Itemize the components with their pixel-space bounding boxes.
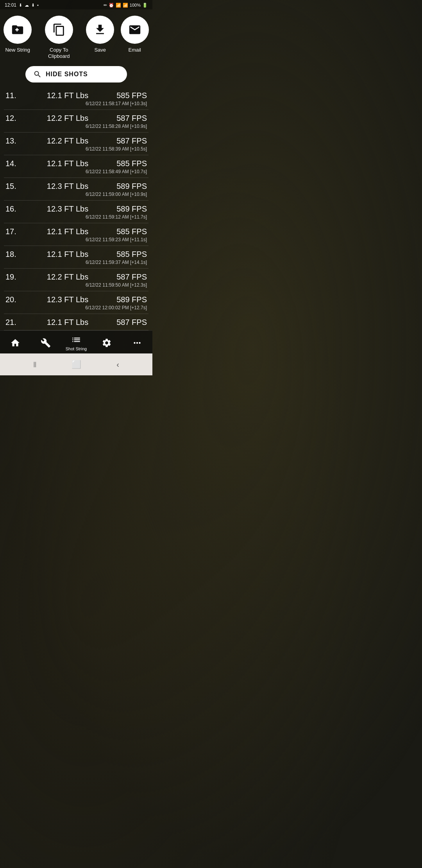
shot-item-5[interactable]: 16. 12.3 FT Lbs 589 FPS 6/12/22 11:59:12…: [4, 201, 148, 223]
wifi-alt-icon: ☁: [25, 3, 29, 8]
folder-plus-icon: [11, 23, 24, 36]
copy-clipboard-label: Copy To Clipboard: [39, 47, 80, 59]
dots-icon: [132, 338, 142, 348]
shot-item-0[interactable]: 11. 12.1 FT Lbs 585 FPS 6/12/22 11:58:17…: [4, 87, 148, 110]
shot-num: 20.: [5, 295, 20, 304]
android-nav-bar: ⦀ ⬜ ‹: [0, 353, 152, 375]
copy-clipboard-button[interactable]: Copy To Clipboard: [39, 16, 80, 59]
shot-fps: 585 FPS: [116, 227, 147, 236]
nav-shot-string-label: Shot String: [66, 346, 87, 351]
download2-status-icon: ⬇: [31, 3, 35, 8]
hide-shots-label: HIDE SHOTS: [46, 71, 88, 78]
home-icon: [10, 338, 20, 348]
search-icon: [33, 70, 42, 79]
shot-fps: 589 FPS: [116, 204, 147, 213]
bottom-nav: Shot String: [0, 330, 152, 353]
new-string-icon-circle: [4, 16, 32, 44]
shot-energy: 12.2 FT Lbs: [20, 273, 116, 282]
shot-num: 15.: [5, 182, 20, 191]
shot-item-7[interactable]: 18. 12.1 FT Lbs 585 FPS 6/12/22 11:59:37…: [4, 246, 148, 269]
shot-num: 11.: [5, 91, 20, 100]
nav-home-button[interactable]: [4, 338, 27, 348]
shot-time: 6/12/22 11:59:00 AM [+10.9s]: [5, 192, 147, 197]
shot-energy: 12.1 FT Lbs: [20, 159, 116, 168]
shot-time: 6/12/22 11:59:23 AM [+11.1s]: [5, 237, 147, 242]
shot-energy: 12.3 FT Lbs: [20, 182, 116, 191]
shot-item-6[interactable]: 17. 12.1 FT Lbs 585 FPS 6/12/22 11:59:23…: [4, 223, 148, 246]
status-left: 12:01 ⬇ ☁ ⬇ •: [5, 2, 39, 8]
shot-item-8[interactable]: 19. 12.2 FT Lbs 587 FPS 6/12/22 11:59:50…: [4, 269, 148, 291]
shot-item-2[interactable]: 13. 12.2 FT Lbs 587 FPS 6/12/22 11:58:39…: [4, 133, 148, 155]
shot-energy: 12.3 FT Lbs: [20, 204, 116, 213]
battery-icon: 🔋: [142, 3, 148, 8]
status-time: 12:01: [5, 2, 16, 8]
wifi-icon: 📶: [116, 3, 121, 8]
android-back-button[interactable]: ‹: [113, 359, 123, 371]
shot-item-3[interactable]: 14. 12.1 FT Lbs 585 FPS 6/12/22 11:58:49…: [4, 155, 148, 178]
shot-time: 6/12/22 11:59:37 AM [+14.1s]: [5, 260, 147, 265]
shot-num: 21.: [5, 318, 20, 327]
shot-energy: 12.1 FT Lbs: [20, 250, 116, 259]
shot-num: 16.: [5, 204, 20, 213]
shot-item-1[interactable]: 12. 12.2 FT Lbs 587 FPS 6/12/22 11:58:28…: [4, 110, 148, 133]
shot-energy: 12.2 FT Lbs: [20, 136, 116, 145]
download-icon: [93, 23, 107, 36]
search-bar-wrap: HIDE SHOTS: [0, 63, 152, 87]
envelope-icon: [128, 23, 141, 36]
android-home-button[interactable]: ⬜: [68, 358, 85, 371]
nav-shot-string-button[interactable]: Shot String: [64, 335, 88, 351]
shot-num: 17.: [5, 227, 20, 236]
shot-time: 6/12/22 11:59:50 AM [+12.3s]: [5, 282, 147, 288]
download-status-icon: ⬇: [19, 3, 22, 8]
email-label: Email: [128, 47, 141, 53]
tools-icon: [41, 338, 51, 348]
shot-fps: 587 FPS: [116, 136, 147, 145]
copy-icon-circle: [45, 16, 73, 44]
shot-energy: 12.1 FT Lbs: [20, 318, 116, 327]
battery-percent: 100%: [130, 3, 141, 7]
new-string-label: New String: [5, 47, 30, 53]
shot-time: 6/12/22 11:58:17 AM [+10.3s]: [5, 101, 147, 106]
email-button[interactable]: Email: [121, 16, 149, 53]
shot-num: 12.: [5, 114, 20, 123]
shot-num: 19.: [5, 273, 20, 282]
shot-item-9[interactable]: 20. 12.3 FT Lbs 589 FPS 6/12/22 12:00:02…: [4, 291, 148, 314]
shot-item-4[interactable]: 15. 12.3 FT Lbs 589 FPS 6/12/22 11:59:00…: [4, 178, 148, 201]
signal-icon: ✏: [104, 3, 107, 8]
shot-fps: 587 FPS: [116, 318, 147, 327]
copy-icon: [52, 23, 66, 36]
shot-list: 11. 12.1 FT Lbs 585 FPS 6/12/22 11:58:17…: [0, 87, 152, 330]
shot-fps: 589 FPS: [116, 295, 147, 304]
nav-settings-button[interactable]: [95, 338, 118, 348]
email-icon-circle: [121, 16, 149, 44]
nav-more-button[interactable]: [125, 338, 149, 348]
shot-time: 6/12/22 11:58:28 AM [+10.9s]: [5, 124, 147, 129]
shot-fps: 585 FPS: [116, 91, 147, 100]
shot-energy: 12.1 FT Lbs: [20, 91, 116, 100]
alarm-icon: ⏰: [109, 3, 114, 8]
shot-fps: 585 FPS: [116, 250, 147, 259]
shot-time: 6/12/22 12:00:02 PM [+12.7s]: [5, 305, 147, 310]
shot-num: 13.: [5, 136, 20, 145]
new-string-button[interactable]: New String: [4, 16, 32, 53]
shot-time: 6/12/22 11:59:12 AM [+11.7s]: [5, 214, 147, 220]
shot-fps: 587 FPS: [116, 114, 147, 123]
shot-fps: 589 FPS: [116, 182, 147, 191]
top-actions: New String Copy To Clipboard Save: [0, 9, 152, 63]
save-icon-circle: [86, 16, 114, 44]
gear-icon: [102, 338, 112, 348]
android-recent-button[interactable]: ⦀: [29, 359, 40, 371]
status-bar: 12:01 ⬇ ☁ ⬇ • ✏ ⏰ 📶 📶 100% 🔋: [0, 0, 152, 9]
hide-shots-button[interactable]: HIDE SHOTS: [25, 66, 127, 82]
nav-tools-button[interactable]: [34, 338, 57, 348]
shot-energy: 12.1 FT Lbs: [20, 227, 116, 236]
shot-time: 6/12/22 11:58:39 AM [+10.5s]: [5, 146, 147, 152]
list-icon: [71, 335, 81, 345]
shot-time: 6/12/22 11:58:49 AM [+10.7s]: [5, 169, 147, 174]
shot-energy: 12.2 FT Lbs: [20, 114, 116, 123]
save-label: Save: [94, 47, 106, 53]
shot-num: 14.: [5, 159, 20, 168]
dot-icon: •: [37, 3, 39, 7]
shot-item-10[interactable]: 21. 12.1 FT Lbs 587 FPS: [4, 314, 148, 330]
save-button[interactable]: Save: [86, 16, 114, 53]
